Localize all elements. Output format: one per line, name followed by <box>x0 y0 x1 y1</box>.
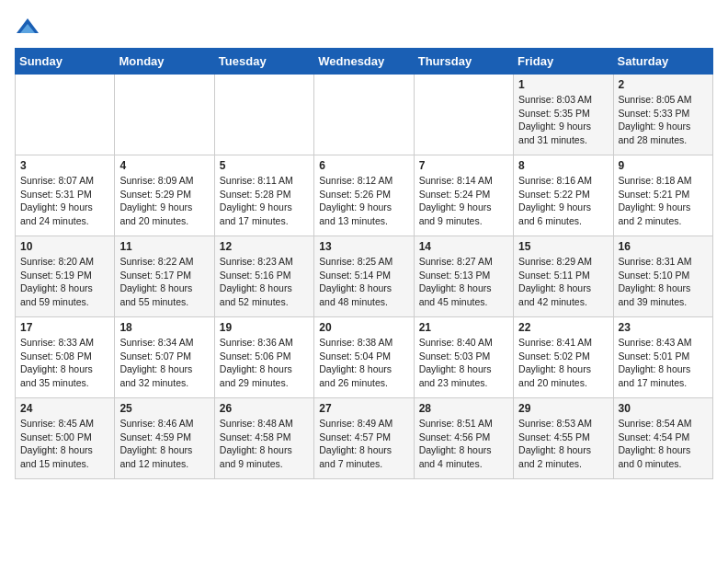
day-info: Sunrise: 8:33 AM Sunset: 5:08 PM Dayligh… <box>20 336 109 390</box>
day-of-week-header: Sunday <box>16 49 115 75</box>
calendar-cell: 15Sunrise: 8:29 AM Sunset: 5:11 PM Dayli… <box>514 236 613 317</box>
day-number: 6 <box>319 159 408 172</box>
calendar-cell: 24Sunrise: 8:45 AM Sunset: 5:00 PM Dayli… <box>16 398 115 479</box>
calendar-week-row: 1Sunrise: 8:03 AM Sunset: 5:35 PM Daylig… <box>16 75 713 155</box>
calendar-cell: 6Sunrise: 8:12 AM Sunset: 5:26 PM Daylig… <box>314 155 414 236</box>
day-number: 29 <box>518 402 608 415</box>
calendar-cell <box>414 75 513 155</box>
calendar-cell: 28Sunrise: 8:51 AM Sunset: 4:56 PM Dayli… <box>414 398 513 479</box>
calendar-cell: 10Sunrise: 8:20 AM Sunset: 5:19 PM Dayli… <box>16 236 115 317</box>
logo <box>15 15 44 40</box>
day-info: Sunrise: 8:09 AM Sunset: 5:29 PM Dayligh… <box>119 174 209 228</box>
day-number: 23 <box>619 321 708 334</box>
calendar-cell: 29Sunrise: 8:53 AM Sunset: 4:55 PM Dayli… <box>514 398 613 479</box>
day-info: Sunrise: 8:43 AM Sunset: 5:01 PM Dayligh… <box>619 336 708 390</box>
calendar-cell: 27Sunrise: 8:49 AM Sunset: 4:57 PM Dayli… <box>314 398 414 479</box>
calendar-cell: 11Sunrise: 8:22 AM Sunset: 5:17 PM Dayli… <box>115 236 214 317</box>
calendar-cell: 1Sunrise: 8:03 AM Sunset: 5:35 PM Daylig… <box>514 75 613 155</box>
day-number: 3 <box>20 159 109 172</box>
day-info: Sunrise: 8:11 AM Sunset: 5:28 PM Dayligh… <box>220 174 309 228</box>
day-number: 20 <box>319 321 408 334</box>
calendar-cell: 9Sunrise: 8:18 AM Sunset: 5:21 PM Daylig… <box>613 155 712 236</box>
day-number: 18 <box>119 321 209 334</box>
calendar-week-row: 17Sunrise: 8:33 AM Sunset: 5:08 PM Dayli… <box>16 317 713 398</box>
calendar-cell: 23Sunrise: 8:43 AM Sunset: 5:01 PM Dayli… <box>613 317 712 398</box>
day-number: 1 <box>518 78 608 91</box>
day-of-week-header: Saturday <box>613 49 712 75</box>
day-number: 15 <box>518 240 608 253</box>
calendar-cell: 22Sunrise: 8:41 AM Sunset: 5:02 PM Dayli… <box>514 317 613 398</box>
calendar-cell: 20Sunrise: 8:38 AM Sunset: 5:04 PM Dayli… <box>314 317 414 398</box>
day-info: Sunrise: 8:46 AM Sunset: 4:59 PM Dayligh… <box>119 417 209 471</box>
calendar-cell <box>16 75 115 155</box>
day-info: Sunrise: 8:48 AM Sunset: 4:58 PM Dayligh… <box>220 417 309 471</box>
day-info: Sunrise: 8:53 AM Sunset: 4:55 PM Dayligh… <box>518 417 608 471</box>
day-number: 7 <box>419 159 508 172</box>
calendar-cell: 25Sunrise: 8:46 AM Sunset: 4:59 PM Dayli… <box>115 398 214 479</box>
day-number: 30 <box>619 402 708 415</box>
calendar-header-row: SundayMondayTuesdayWednesdayThursdayFrid… <box>16 49 713 75</box>
day-number: 24 <box>20 402 109 415</box>
calendar-cell: 5Sunrise: 8:11 AM Sunset: 5:28 PM Daylig… <box>214 155 313 236</box>
calendar-cell: 8Sunrise: 8:16 AM Sunset: 5:22 PM Daylig… <box>514 155 613 236</box>
day-of-week-header: Wednesday <box>314 49 414 75</box>
calendar-cell <box>115 75 214 155</box>
logo-icon <box>15 15 40 40</box>
day-info: Sunrise: 8:23 AM Sunset: 5:16 PM Dayligh… <box>220 255 309 309</box>
calendar-table: SundayMondayTuesdayWednesdayThursdayFrid… <box>15 48 713 479</box>
calendar-cell: 7Sunrise: 8:14 AM Sunset: 5:24 PM Daylig… <box>414 155 513 236</box>
day-number: 5 <box>220 159 309 172</box>
day-info: Sunrise: 8:14 AM Sunset: 5:24 PM Dayligh… <box>419 174 508 228</box>
calendar-cell: 14Sunrise: 8:27 AM Sunset: 5:13 PM Dayli… <box>414 236 513 317</box>
day-info: Sunrise: 8:05 AM Sunset: 5:33 PM Dayligh… <box>619 93 708 147</box>
day-info: Sunrise: 8:45 AM Sunset: 5:00 PM Dayligh… <box>20 417 109 471</box>
calendar-cell: 3Sunrise: 8:07 AM Sunset: 5:31 PM Daylig… <box>16 155 115 236</box>
day-number: 22 <box>518 321 608 334</box>
calendar-cell: 17Sunrise: 8:33 AM Sunset: 5:08 PM Dayli… <box>16 317 115 398</box>
day-number: 26 <box>220 402 309 415</box>
calendar-cell <box>314 75 414 155</box>
day-number: 12 <box>220 240 309 253</box>
day-info: Sunrise: 8:12 AM Sunset: 5:26 PM Dayligh… <box>319 174 408 228</box>
day-of-week-header: Monday <box>115 49 214 75</box>
day-info: Sunrise: 8:36 AM Sunset: 5:06 PM Dayligh… <box>220 336 309 390</box>
day-info: Sunrise: 8:27 AM Sunset: 5:13 PM Dayligh… <box>419 255 508 309</box>
day-of-week-header: Thursday <box>414 49 513 75</box>
day-info: Sunrise: 8:31 AM Sunset: 5:10 PM Dayligh… <box>619 255 708 309</box>
calendar-week-row: 3Sunrise: 8:07 AM Sunset: 5:31 PM Daylig… <box>16 155 713 236</box>
day-info: Sunrise: 8:40 AM Sunset: 5:03 PM Dayligh… <box>419 336 508 390</box>
day-number: 28 <box>419 402 508 415</box>
day-number: 9 <box>619 159 708 172</box>
day-number: 11 <box>119 240 209 253</box>
day-number: 21 <box>419 321 508 334</box>
day-info: Sunrise: 8:29 AM Sunset: 5:11 PM Dayligh… <box>518 255 608 309</box>
calendar-cell: 21Sunrise: 8:40 AM Sunset: 5:03 PM Dayli… <box>414 317 513 398</box>
day-info: Sunrise: 8:54 AM Sunset: 4:54 PM Dayligh… <box>619 417 708 471</box>
day-info: Sunrise: 8:25 AM Sunset: 5:14 PM Dayligh… <box>319 255 408 309</box>
day-number: 4 <box>119 159 209 172</box>
day-number: 25 <box>119 402 209 415</box>
calendar-cell: 30Sunrise: 8:54 AM Sunset: 4:54 PM Dayli… <box>613 398 712 479</box>
calendar-cell: 2Sunrise: 8:05 AM Sunset: 5:33 PM Daylig… <box>613 75 712 155</box>
calendar-cell: 19Sunrise: 8:36 AM Sunset: 5:06 PM Dayli… <box>214 317 313 398</box>
day-number: 27 <box>319 402 408 415</box>
calendar-cell <box>214 75 313 155</box>
calendar-cell: 13Sunrise: 8:25 AM Sunset: 5:14 PM Dayli… <box>314 236 414 317</box>
calendar-week-row: 24Sunrise: 8:45 AM Sunset: 5:00 PM Dayli… <box>16 398 713 479</box>
day-info: Sunrise: 8:38 AM Sunset: 5:04 PM Dayligh… <box>319 336 408 390</box>
day-number: 8 <box>518 159 608 172</box>
day-number: 13 <box>319 240 408 253</box>
day-info: Sunrise: 8:20 AM Sunset: 5:19 PM Dayligh… <box>20 255 109 309</box>
day-info: Sunrise: 8:34 AM Sunset: 5:07 PM Dayligh… <box>119 336 209 390</box>
calendar-cell: 4Sunrise: 8:09 AM Sunset: 5:29 PM Daylig… <box>115 155 214 236</box>
day-info: Sunrise: 8:51 AM Sunset: 4:56 PM Dayligh… <box>419 417 508 471</box>
day-info: Sunrise: 8:16 AM Sunset: 5:22 PM Dayligh… <box>518 174 608 228</box>
day-of-week-header: Friday <box>514 49 613 75</box>
day-info: Sunrise: 8:49 AM Sunset: 4:57 PM Dayligh… <box>319 417 408 471</box>
calendar-cell: 16Sunrise: 8:31 AM Sunset: 5:10 PM Dayli… <box>613 236 712 317</box>
day-number: 2 <box>619 78 708 91</box>
page-header <box>15 15 713 40</box>
day-info: Sunrise: 8:22 AM Sunset: 5:17 PM Dayligh… <box>119 255 209 309</box>
day-info: Sunrise: 8:41 AM Sunset: 5:02 PM Dayligh… <box>518 336 608 390</box>
day-number: 14 <box>419 240 508 253</box>
